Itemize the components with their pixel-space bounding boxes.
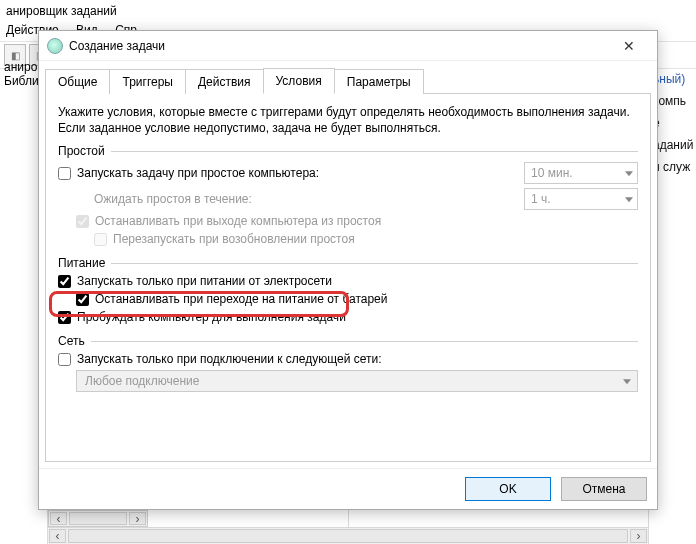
intro-text: Укажите условия, которые вместе с тригге…	[58, 104, 638, 136]
group-network: Сеть Запускать только при подключении к …	[58, 334, 638, 396]
checkbox-label: Запускать только при питании от электрос…	[77, 274, 332, 288]
checkbox[interactable]	[58, 311, 71, 324]
tab-conditions[interactable]: Условия	[263, 68, 335, 94]
create-task-dialog: Создание задачи ✕ Общие Триггеры Действи…	[38, 30, 658, 510]
conditions-panel: Укажите условия, которые вместе с тригге…	[45, 93, 651, 462]
wake-computer-checkbox[interactable]: Пробуждать компьютер для выполнения зада…	[58, 310, 346, 324]
scroll-right-button[interactable]: ›	[129, 512, 146, 525]
scrollbar-horizontal[interactable]: ‹ ›	[48, 510, 148, 527]
dialog-title: Создание задачи	[69, 39, 609, 53]
scroll-track[interactable]	[68, 529, 628, 543]
ac-only-checkbox[interactable]: Запускать только при питании от электрос…	[58, 274, 332, 288]
scroll-right-button[interactable]: ›	[630, 529, 647, 543]
chevron-down-icon	[623, 380, 631, 385]
group-separator	[111, 263, 638, 264]
chevron-down-icon	[625, 198, 633, 203]
scroll-left-button[interactable]: ‹	[49, 529, 66, 543]
restart-on-idle-checkbox: Перезапускать при возобновлении простоя	[94, 232, 355, 246]
checkbox-label: Перезапускать при возобновлении простоя	[113, 232, 355, 246]
network-select: Любое подключение	[76, 370, 638, 392]
task-icon	[47, 38, 63, 54]
action-link[interactable]: и служ	[653, 160, 692, 174]
group-power: Питание Запускать только при питании от …	[58, 256, 638, 328]
checkbox[interactable]	[76, 293, 89, 306]
tab-general[interactable]: Общие	[45, 69, 110, 94]
group-power-label: Питание	[58, 256, 105, 270]
group-idle-label: Простой	[58, 144, 105, 158]
start-on-idle-checkbox[interactable]: Запускать задачу при простое компьютера:	[58, 166, 319, 180]
close-icon: ✕	[623, 38, 635, 54]
host-window-title: анировщик заданий	[0, 0, 696, 21]
stop-on-exit-idle-checkbox: Останавливать при выходе компьютера из п…	[76, 214, 381, 228]
group-separator	[91, 341, 638, 342]
stop-on-battery-checkbox[interactable]: Останавливать при переходе на питание от…	[76, 292, 388, 306]
select-value: Любое подключение	[85, 374, 199, 388]
checkbox-label: Запускать только при подключении к следу…	[77, 352, 382, 366]
dialog-button-row: OK Отмена	[39, 468, 657, 509]
checkbox[interactable]	[58, 353, 71, 366]
checkbox	[94, 233, 107, 246]
checkbox-label: Останавливать при переходе на питание от…	[95, 292, 388, 306]
group-network-label: Сеть	[58, 334, 85, 348]
tabstrip: Общие Триггеры Действия Условия Параметр…	[39, 61, 657, 93]
group-separator	[111, 151, 638, 152]
checkbox	[76, 215, 89, 228]
cancel-button[interactable]: Отмена	[561, 477, 647, 501]
checkbox-label: Останавливать при выходе компьютера из п…	[95, 214, 381, 228]
dialog-titlebar[interactable]: Создание задачи ✕	[39, 31, 657, 61]
select-value: 10 мин.	[531, 166, 573, 180]
checkbox-label: Пробуждать компьютер для выполнения зада…	[77, 310, 346, 324]
tab-triggers[interactable]: Триггеры	[109, 69, 186, 94]
wait-idle-label: Ожидать простоя в течение:	[94, 192, 252, 206]
action-link[interactable]: ьный)	[653, 72, 692, 86]
idle-duration-select: 10 мин.	[524, 162, 638, 184]
chevron-down-icon	[625, 172, 633, 177]
scrollbar-horizontal[interactable]: ‹ ›	[48, 527, 648, 544]
wait-idle-select: 1 ч.	[524, 188, 638, 210]
checkbox[interactable]	[58, 167, 71, 180]
select-value: 1 ч.	[531, 192, 551, 206]
checkbox-label: Запускать задачу при простое компьютера:	[77, 166, 319, 180]
scroll-left-button[interactable]: ‹	[50, 512, 67, 525]
tab-settings[interactable]: Параметры	[334, 69, 424, 94]
tab-actions[interactable]: Действия	[185, 69, 264, 94]
ok-button[interactable]: OK	[465, 477, 551, 501]
action-link[interactable]: е	[653, 116, 692, 130]
action-link[interactable]: аданий	[653, 138, 692, 152]
close-button[interactable]: ✕	[609, 34, 649, 58]
network-only-checkbox[interactable]: Запускать только при подключении к следу…	[58, 352, 382, 366]
group-idle: Простой Запускать задачу при простое ком…	[58, 144, 638, 250]
checkbox[interactable]	[58, 275, 71, 288]
action-link[interactable]: компь	[653, 94, 692, 108]
scroll-track[interactable]	[69, 512, 127, 525]
